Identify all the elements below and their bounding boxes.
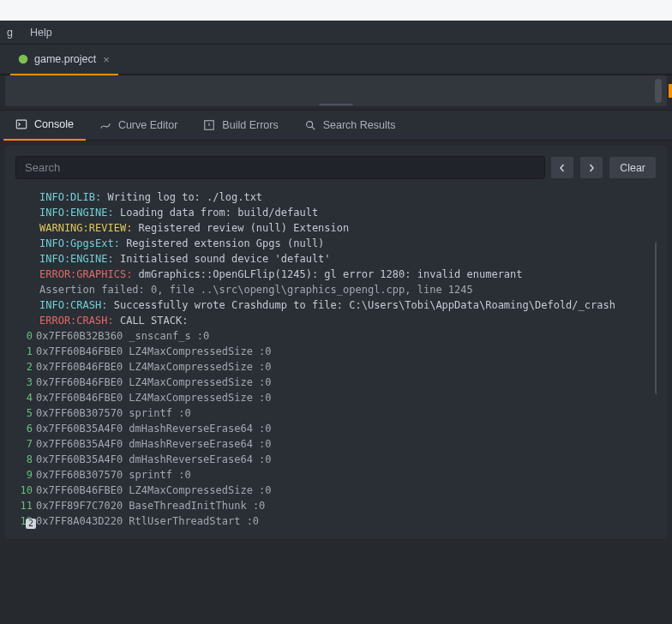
log-line: Assertion failed: 0, file ..\src\opengl\… bbox=[39, 282, 657, 297]
scrollbar[interactable] bbox=[655, 79, 662, 103]
log-line: ERROR:CRASH: CALL STACK: bbox=[39, 313, 657, 328]
log-line: INFO:DLIB: Writing log to: ./log.txt bbox=[39, 189, 657, 205]
menu-item-truncated[interactable]: g bbox=[7, 27, 13, 39]
log-line: ERROR:GRAPHICS: dmGraphics::OpenGLFlip(1… bbox=[39, 267, 657, 282]
console-icon bbox=[15, 118, 27, 130]
console-panel: Clear INFO:DLIB: Writing log to: ./log.t… bbox=[5, 146, 667, 539]
tab-build-errors[interactable]: Build Errors bbox=[191, 110, 290, 141]
tab-search-results[interactable]: Search Results bbox=[292, 110, 408, 141]
curve-icon bbox=[99, 119, 111, 131]
log-line: 60x7FF60B35A4F0 dmHashReverseErase64 :0 bbox=[39, 421, 657, 436]
warning-icon bbox=[203, 119, 215, 131]
log-line: 120x7FF8A043D220 RtlUserThreadStart :0 bbox=[39, 513, 657, 529]
log-line: WARNING:REVIEW: Registered review (null)… bbox=[39, 220, 657, 236]
log-line: 70x7FF60B35A4F0 dmHashReverseErase64 :0 bbox=[39, 436, 657, 452]
clear-button[interactable]: Clear bbox=[609, 156, 657, 179]
menu-bar: g Help bbox=[0, 21, 672, 45]
log-line: INFO:ENGINE: Loading data from: build/de… bbox=[39, 205, 657, 220]
log-line: INFO:GpgsExt: Registered extension Gpgs … bbox=[39, 236, 657, 251]
console-log: INFO:DLIB: Writing log to: ./log.txtINFO… bbox=[15, 189, 657, 529]
tab-game-project[interactable]: game.project × bbox=[10, 45, 118, 75]
console-toolbar: Clear bbox=[15, 156, 657, 179]
log-line: 110x7FF89F7C7020 BaseThreadInitThunk :0 bbox=[39, 498, 657, 513]
tab-label: Build Errors bbox=[222, 119, 278, 131]
log-line: 00x7FF60B32B360 _snscanf_s :0 bbox=[39, 328, 657, 344]
log-line: 20x7FF60B46FBE0 LZ4MaxCompressedSize :0 bbox=[39, 359, 657, 375]
tab-console[interactable]: Console bbox=[3, 110, 86, 141]
editor-tabbar: game.project × bbox=[0, 45, 672, 75]
svg-rect-1 bbox=[16, 120, 26, 129]
log-line: INFO:ENGINE: Initialised sound device 'd… bbox=[39, 251, 657, 267]
minimap-marker bbox=[669, 84, 672, 98]
tab-label: Curve Editor bbox=[118, 119, 177, 131]
tab-label: Search Results bbox=[323, 119, 396, 131]
defold-file-icon bbox=[17, 53, 29, 65]
panel-resize-handle[interactable] bbox=[0, 106, 672, 110]
log-line: 10x7FF60B46FBE0 LZ4MaxCompressedSize :0 bbox=[39, 344, 657, 359]
prev-match-button[interactable] bbox=[550, 156, 574, 179]
log-line: 40x7FF60B46FBE0 LZ4MaxCompressedSize :0 bbox=[39, 390, 657, 405]
chevron-right-icon bbox=[587, 164, 596, 172]
next-match-button[interactable] bbox=[579, 156, 603, 179]
log-line: INFO:CRASH: Successfully wrote Crashdump… bbox=[39, 297, 657, 313]
scrollbar[interactable] bbox=[655, 241, 657, 395]
tab-curve-editor[interactable]: Curve Editor bbox=[87, 110, 189, 141]
search-icon bbox=[304, 119, 316, 131]
log-line: 30x7FF60B46FBE0 LZ4MaxCompressedSize :0 bbox=[39, 375, 657, 390]
log-line: 50x7FF60B307570 sprintf :0 bbox=[39, 405, 657, 421]
log-line: 80x7FF60B35A4F0 dmHashReverseErase64 :0 bbox=[39, 452, 657, 467]
bottom-panel-tabs: Console Curve Editor Build Errors Search… bbox=[0, 110, 672, 141]
svg-point-3 bbox=[306, 122, 312, 128]
chevron-left-icon bbox=[558, 164, 567, 172]
log-line: 100x7FF60B46FBE0 LZ4MaxCompressedSize :0 bbox=[39, 483, 657, 498]
console-search-input[interactable] bbox=[15, 156, 545, 179]
log-count-badge: 2 bbox=[26, 519, 36, 529]
tab-label: game.project bbox=[34, 53, 96, 65]
close-icon[interactable]: × bbox=[101, 53, 111, 66]
tab-label: Console bbox=[34, 118, 74, 130]
svg-point-0 bbox=[19, 55, 28, 64]
menu-item-help[interactable]: Help bbox=[30, 27, 52, 39]
editor-content-stub bbox=[5, 75, 667, 106]
log-line: 90x7FF60B307570 sprintf :0 bbox=[39, 467, 657, 483]
window-chrome-gap bbox=[0, 0, 672, 21]
